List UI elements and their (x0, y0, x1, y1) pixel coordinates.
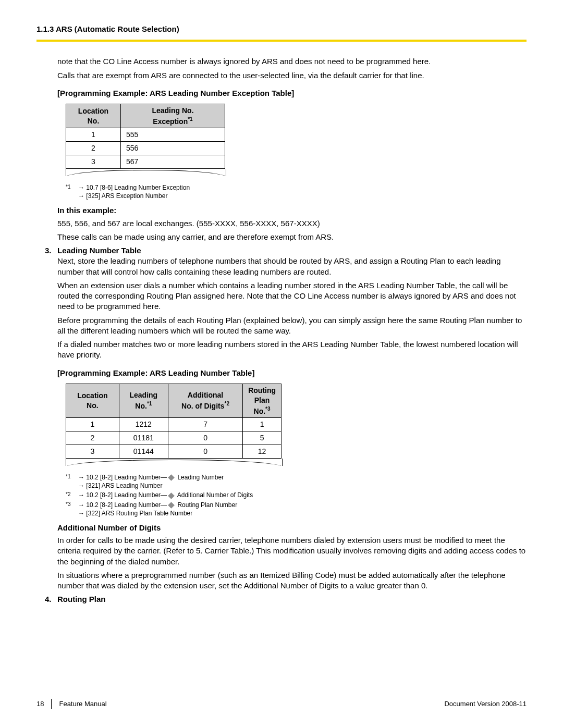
cell: 2 (66, 431, 119, 445)
list-item-title: Routing Plan (57, 594, 106, 604)
footnote-line: → 10.7 [8-6] Leading Number Exception (78, 183, 190, 192)
th-text: No. of Digits (181, 402, 224, 410)
th-text: Leading No. (152, 106, 193, 115)
cell: 0 (168, 445, 242, 459)
th-leading: Leading No.*1 (119, 384, 168, 417)
list-number: 3. (45, 245, 57, 256)
th-text: Location (77, 391, 107, 400)
th-text: Additional (188, 391, 223, 399)
footer-manual-name: Feature Manual (59, 699, 106, 709)
list-item-4: 4. Routing Plan (57, 594, 527, 604)
footnote-line: → 10.2 [8-2] Leading Number— Leading Num… (78, 473, 224, 482)
leading-table: Location No. Leading No.*1 Additional No… (66, 384, 282, 459)
cell: 556 (121, 142, 225, 155)
cell: 567 (121, 155, 225, 169)
footnotes-leading: *1 → 10.2 [8-2] Leading Number— Leading … (57, 473, 527, 517)
cell: 3 (66, 445, 119, 459)
intro-paragraph-2: Calls that are exempt from ARS are conne… (57, 70, 527, 81)
footnote-line: → [325] ARS Exception Number (78, 192, 190, 200)
th-location: Location No. (66, 104, 121, 128)
th-sup: *2 (225, 401, 229, 406)
list-number: 4. (45, 594, 57, 604)
table-torn-edge (66, 169, 226, 176)
list-item-title: Leading Number Table (57, 245, 141, 256)
footer-separator (51, 699, 52, 709)
footnotes-exception: *1 → 10.7 [8-6] Leading Number Exception… (57, 183, 527, 200)
running-header: 1.1.3 ARS (Automatic Route Selection) (36, 24, 527, 34)
body-content: note that the CO Line Access number is a… (36, 56, 527, 604)
additional-digits-heading: Additional Number of Digits (57, 523, 527, 533)
th-text: Location (78, 107, 108, 115)
example-line-1: 555, 556, and 567 are local exchanges. (… (57, 218, 527, 229)
cell: 3 (66, 155, 121, 169)
th-leading-exception: Leading No. Exception*1 (121, 104, 225, 128)
th-text: Exception (153, 117, 188, 126)
cell: 7 (168, 418, 242, 431)
footnote-text: Leading Number (176, 474, 224, 481)
item3-p1: Next, store the leading numbers of telep… (57, 256, 527, 277)
diamond-icon (168, 492, 175, 499)
th-text: No. (135, 402, 147, 410)
footnote-text: → 10.2 [8-2] Leading Number— (78, 491, 167, 499)
th-additional: Additional No. of Digits*2 (168, 384, 242, 417)
footnote-marker: *2 (66, 491, 73, 498)
table-torn-edge (66, 459, 283, 466)
footnote-line: → [321] ARS Leading Number (78, 482, 224, 490)
intro-paragraph-1: note that the CO Line Access number is a… (57, 56, 527, 67)
list-item-3: 3. Leading Number Table (57, 245, 527, 256)
cell: 5 (243, 431, 282, 445)
cell: 1212 (119, 418, 168, 431)
footnote-text: Additional Number of Digits (176, 491, 253, 499)
cell: 1 (66, 128, 121, 142)
footnote-marker: *1 (66, 183, 73, 191)
section-title-leading-table: [Programming Example: ARS Leading Number… (57, 368, 527, 378)
add-p2: In situations where a preprogrammed numb… (57, 570, 527, 591)
cell: 1 (66, 418, 119, 431)
example-line-2: These calls can be made using any carrie… (57, 232, 527, 242)
page-footer: 18 Feature Manual Document Version 2008-… (36, 699, 527, 709)
th-sup: *1 (188, 116, 192, 122)
th-text: No. (254, 406, 266, 415)
cell: 0 (168, 431, 242, 445)
footnote-marker: *3 (66, 501, 73, 508)
th-text: No. (88, 117, 100, 125)
item3-p2: When an extension user dials a number wh… (57, 280, 527, 312)
exception-table: Location No. Leading No. Exception*1 155… (66, 104, 225, 169)
th-sup: *1 (147, 401, 152, 406)
cell: 01144 (119, 445, 168, 459)
section-title-exception-table: [Programming Example: ARS Leading Number… (57, 88, 527, 98)
cell: 01181 (119, 431, 168, 445)
footnote-text: Routing Plan Number (176, 501, 237, 509)
item3-p3: Before programming the details of each R… (57, 315, 527, 337)
footnote-text: → 10.2 [8-2] Leading Number— (78, 501, 167, 509)
diamond-icon (168, 474, 175, 481)
footer-doc-version: Document Version 2008-11 (444, 699, 527, 709)
page-number: 18 (36, 699, 44, 709)
document-page: 1.1.3 ARS (Automatic Route Selection) no… (0, 0, 563, 728)
cell: 2 (66, 142, 121, 155)
item3-p4: If a dialed number matches two or more l… (57, 339, 527, 361)
cell: 555 (121, 128, 225, 142)
footnote-line: → [322] ARS Routing Plan Table Number (78, 509, 237, 517)
cell: 12 (243, 445, 282, 459)
th-location: Location No. (66, 384, 119, 417)
cell: 1 (243, 418, 282, 431)
footnote-marker: *1 (66, 473, 73, 480)
th-text: Routing Plan (248, 386, 276, 404)
example-heading: In this example: (57, 205, 527, 216)
th-text: No. (87, 401, 99, 410)
header-rule (36, 40, 527, 42)
th-text: Leading (130, 391, 158, 399)
footnote-text: → 10.2 [8-2] Leading Number— (78, 474, 167, 481)
add-p1: In order for calls to be made using the … (57, 535, 527, 567)
footnote-line: → 10.2 [8-2] Leading Number— Routing Pla… (78, 501, 237, 509)
diamond-icon (168, 502, 175, 509)
th-sup: *3 (265, 406, 270, 412)
th-routing: Routing Plan No.*3 (243, 384, 282, 417)
footnote-line: → 10.2 [8-2] Leading Number— Additional … (78, 491, 253, 499)
